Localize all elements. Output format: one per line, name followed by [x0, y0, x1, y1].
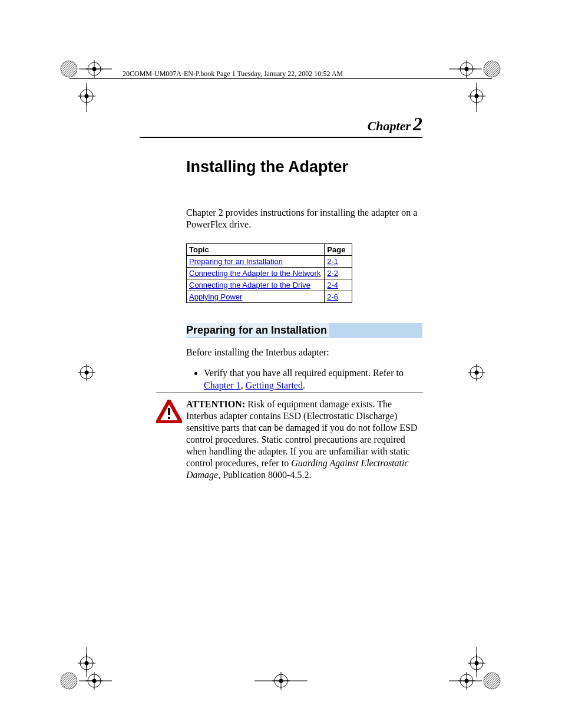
svg-rect-57	[168, 408, 170, 415]
page-link[interactable]: 2-2	[327, 269, 338, 278]
list-item: Verify that you have all required equipm…	[204, 367, 422, 392]
intro-paragraph: Chapter 2 provides instructions for inst…	[186, 207, 422, 230]
crop-mark-icon	[467, 83, 520, 118]
topic-link[interactable]: Preparing for an Installation	[189, 257, 283, 266]
page-link[interactable]: 2-1	[327, 257, 338, 266]
topic-table: Topic Page Preparing for an Installation…	[186, 243, 352, 303]
svg-point-0	[61, 61, 77, 77]
attention-body: , Publication 8000-4.5.2.	[218, 470, 311, 480]
chapter1-link[interactable]: Chapter 1	[204, 380, 241, 390]
svg-rect-58	[168, 417, 170, 419]
svg-point-11	[484, 61, 500, 77]
page-link[interactable]: 2-4	[327, 281, 338, 289]
crop-mark-icon	[59, 83, 112, 118]
crop-mark-icon	[467, 362, 520, 397]
topic-link[interactable]: Connecting the Adapter to the Drive	[189, 281, 310, 289]
chapter-word: Chapter	[368, 118, 411, 133]
section-lead: Before installing the Interbus adapter:	[186, 347, 422, 358]
topic-link[interactable]: Applying Power	[189, 292, 242, 301]
crop-mark-icon	[59, 671, 112, 706]
table-row: Connecting the Adapter to the Drive 2-4	[187, 279, 352, 291]
print-header-line: 20COMM-UM007A-EN-P.book Page 1 Tuesday, …	[123, 70, 343, 78]
section-heading-text: Preparing for an Installation	[186, 323, 329, 337]
svg-point-51	[484, 673, 500, 689]
table-header-page: Page	[325, 244, 352, 256]
crop-mark-icon	[59, 362, 112, 397]
print-header-rule	[70, 78, 492, 79]
crop-mark-icon	[449, 671, 502, 706]
chapter-label: Chapter 2	[368, 113, 422, 135]
attention-label: ATTENTION:	[186, 399, 245, 409]
getting-started-link[interactable]: Getting Started	[246, 380, 303, 390]
page-title: Installing the Adapter	[186, 158, 422, 176]
bullet-text: Verify that you have all required equipm…	[204, 368, 404, 378]
crop-mark-icon	[254, 671, 308, 706]
chapter-rule	[140, 137, 422, 138]
table-header-topic: Topic	[187, 244, 325, 256]
attention-text: ATTENTION: Risk of equipment damage exis…	[186, 398, 422, 481]
content-column: Installing the Adapter Chapter 2 provide…	[186, 158, 422, 396]
bullet-text: .	[303, 380, 305, 390]
page-link[interactable]: 2-6	[327, 292, 338, 301]
bullet-list: Verify that you have all required equipm…	[186, 367, 422, 392]
table-row: Connecting the Adapter to the Network 2-…	[187, 268, 352, 279]
bullet-text: ,	[241, 380, 246, 390]
topic-link[interactable]: Connecting the Adapter to the Network	[189, 269, 320, 278]
attention-rule	[156, 393, 423, 393]
svg-point-40	[61, 673, 77, 689]
table-row: Preparing for an Installation 2-1	[187, 256, 352, 268]
table-header-row: Topic Page	[187, 244, 352, 256]
chapter-number: 2	[413, 113, 422, 134]
table-row: Applying Power 2-6	[187, 291, 352, 303]
warning-triangle-icon	[156, 400, 182, 423]
section-heading: Preparing for an Installation	[186, 323, 422, 338]
